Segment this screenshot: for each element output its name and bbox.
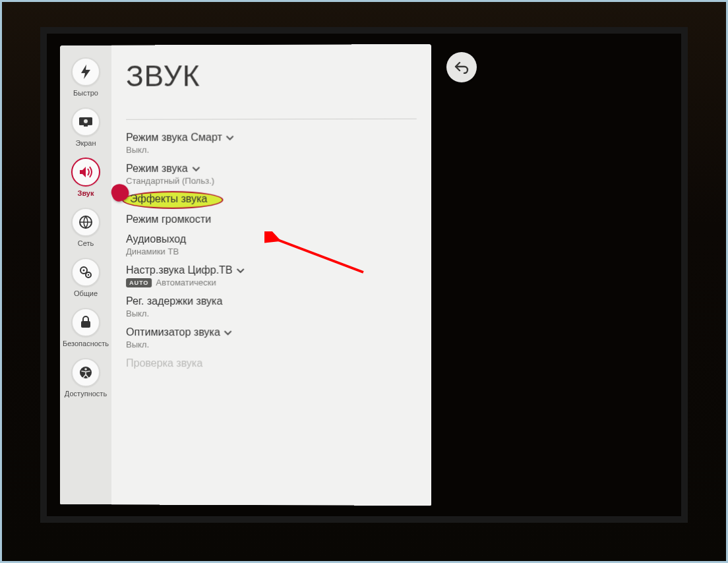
setting-audio-output[interactable]: Аудиовыход Динамики ТВ <box>126 231 417 260</box>
screen-icon <box>71 107 100 136</box>
svg-point-7 <box>88 274 89 276</box>
sidebar-item-label: Общие <box>74 289 98 297</box>
sound-icon <box>71 158 100 187</box>
globe-icon <box>71 208 100 237</box>
sidebar-item-accessibility[interactable]: Доступность <box>63 353 109 401</box>
sidebar-item-general[interactable]: Общие <box>63 252 109 301</box>
setting-label: Эффекты звука <box>130 193 207 205</box>
sidebar-item-security[interactable]: Безопасность <box>63 303 109 351</box>
lock-icon <box>71 308 100 337</box>
setting-sound-optimizer[interactable]: Оптимизатор звука Выкл. <box>126 324 417 354</box>
sidebar-item-quick[interactable]: Быстро <box>63 52 109 101</box>
sidebar-item-screen[interactable]: Экран <box>63 102 109 151</box>
highlight-annotation: Эффекты звука <box>122 191 223 209</box>
sidebar-item-label: Сеть <box>78 239 94 247</box>
sidebar-item-label: Звук <box>77 189 94 197</box>
sidebar-item-label: Доступность <box>65 390 107 398</box>
setting-smart-sound-mode[interactable]: Режим звука Смарт Выкл. <box>126 129 417 159</box>
svg-point-1 <box>84 119 88 123</box>
setting-value: Выкл. <box>126 340 417 349</box>
setting-label: Режим звука <box>126 163 188 175</box>
setting-sound-delay[interactable]: Рег. задержки звука Выкл. <box>126 293 417 322</box>
sidebar-item-network[interactable]: Сеть <box>63 202 109 251</box>
access-icon <box>71 358 100 387</box>
sidebar-item-label: Безопасность <box>63 340 109 347</box>
gears-icon <box>71 258 100 287</box>
setting-label: Оптимизатор звука <box>126 326 220 338</box>
svg-point-5 <box>83 269 85 271</box>
setting-dtv-sound[interactable]: Настр.звука Цифр.ТВ AUTO Автоматически <box>126 262 417 291</box>
setting-label: Рег. задержки звука <box>126 295 222 307</box>
setting-sound-check[interactable]: Проверка звука <box>126 355 417 374</box>
setting-label: Настр.звука Цифр.ТВ <box>126 264 233 276</box>
setting-value: Динамики ТВ <box>126 247 417 256</box>
chevron-down-icon <box>226 135 234 140</box>
main-content: ЗВУК Режим звука Смарт Выкл. Режим звука <box>111 44 431 506</box>
setting-volume-mode[interactable]: Режим громкости <box>126 210 417 229</box>
chevron-down-icon <box>192 167 200 172</box>
settings-panel: Быстро Экран Звук <box>60 44 431 506</box>
bolt-icon <box>71 57 100 86</box>
settings-list: Режим звука Смарт Выкл. Режим звука Стан… <box>126 129 417 374</box>
setting-value: Стандартный (Польз.) <box>126 175 417 186</box>
svg-rect-8 <box>81 321 90 328</box>
sidebar-item-label: Экран <box>75 139 96 147</box>
svg-point-10 <box>84 368 87 370</box>
tv-screen: Быстро Экран Звук <box>40 27 688 523</box>
auto-badge: AUTO <box>126 278 152 287</box>
back-arrow-icon <box>454 61 470 74</box>
setting-label: Проверка звука <box>126 357 202 369</box>
chevron-down-icon <box>237 268 245 274</box>
setting-sound-effects[interactable]: Эффекты звука placeholder <box>126 191 417 210</box>
setting-label: Аудиовыход <box>126 233 186 245</box>
back-button[interactable] <box>446 52 477 82</box>
sidebar: Быстро Экран Звук <box>60 45 111 505</box>
setting-sound-mode[interactable]: Режим звука Стандартный (Польз.) <box>126 160 417 190</box>
page-title: ЗВУК <box>126 59 417 92</box>
setting-value: Выкл. <box>126 144 417 155</box>
setting-value: Автоматически <box>156 278 216 287</box>
sidebar-item-label: Быстро <box>73 89 98 97</box>
svg-rect-2 <box>84 125 88 127</box>
setting-label: Режим громкости <box>126 214 211 225</box>
chevron-down-icon <box>224 330 232 336</box>
setting-label: Режим звука Смарт <box>126 131 222 143</box>
sidebar-item-sound[interactable]: Звук <box>63 152 109 201</box>
divider <box>126 119 417 120</box>
setting-value: Выкл. <box>126 309 417 318</box>
